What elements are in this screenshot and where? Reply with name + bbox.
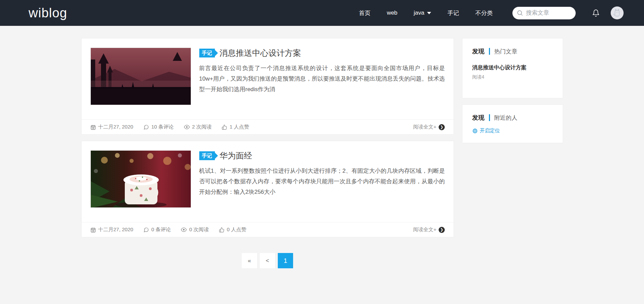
nav-item-uncategorized[interactable]: 不分类 [475, 9, 493, 17]
arrow-right-circle-icon: ❯ [439, 227, 445, 233]
logo[interactable]: wiblog [29, 6, 67, 20]
widget-nearby-people: 发现 附近的人 开启定位 [462, 104, 563, 143]
article-date: 十二月27, 2020 [90, 124, 133, 130]
target-icon [472, 128, 478, 134]
cat-icon [613, 9, 621, 17]
article-title[interactable]: 华为面经 [220, 150, 252, 161]
article-likes: 0 人点赞 [219, 226, 247, 233]
pagination-page-1[interactable]: 1 [278, 253, 293, 268]
widget-title-prefix: 发现 [472, 47, 485, 55]
nav-item-web[interactable]: web [387, 10, 397, 16]
article-excerpt: 机试1、对一系列整数按照个位进行从小到大进行排序；2、有固定大小的几块内存区域，… [199, 166, 445, 197]
avatar[interactable] [611, 6, 624, 19]
hot-article-item: 消息推送中心设计方案 阅读4 [472, 64, 553, 80]
eye-icon [181, 227, 187, 233]
search-icon [516, 10, 523, 16]
article-comments: 0 条评论 [143, 226, 171, 233]
top-navbar: wiblog 首页 web java 手记 不分类 [0, 0, 644, 26]
article-excerpt: 前言最近在公司负责了一个消息推送系统的设计，这套系统是要面向全国市场用户，目标是… [199, 63, 445, 95]
calendar-icon [90, 124, 96, 130]
search-box[interactable] [512, 7, 576, 19]
article-meta-bar: 十二月27, 2020 10 条评论 2 次 [82, 119, 454, 134]
article-reads: 0 次阅读 [181, 226, 209, 233]
article-meta-bar: 十二月27, 2020 0 条评论 0 次阅 [82, 222, 454, 237]
sidebar: 发现 热门文章 消息推送中心设计方案 阅读4 发现 附近的人 [462, 38, 563, 268]
article-title[interactable]: 消息推送中心设计方案 [220, 48, 301, 58]
page-container: 手记 消息推送中心设计方案 前言最近在公司负责了一个消息推送系统的设计，这套系统… [81, 26, 563, 268]
widget-divider [489, 48, 490, 55]
nav-item-java[interactable]: java [414, 10, 431, 16]
hot-article-link[interactable]: 消息推送中心设计方案 [472, 64, 553, 71]
notifications-bell-icon[interactable] [592, 9, 600, 17]
comment-icon [143, 124, 149, 130]
comment-icon [143, 227, 149, 233]
article-thumbnail[interactable] [90, 150, 191, 208]
read-more-link[interactable]: 阅读全文+ ❯ [413, 226, 445, 233]
article-comments: 10 条评论 [143, 124, 174, 130]
pagination-prev-button[interactable]: < [260, 253, 275, 268]
hot-article-reads: 阅读4 [472, 74, 553, 80]
article-tag-badge[interactable]: 手记 [199, 151, 215, 160]
eye-icon [184, 124, 190, 130]
read-more-link[interactable]: 阅读全文+ ❯ [413, 124, 445, 130]
article-thumbnail[interactable] [90, 48, 191, 105]
article-card: 手记 消息推送中心设计方案 前言最近在公司负责了一个消息推送系统的设计，这套系统… [81, 38, 454, 135]
article-reads: 2 次阅读 [184, 124, 212, 130]
nav-menu: 首页 web java 手记 不分类 [351, 9, 501, 17]
pagination-first-button[interactable]: « [242, 253, 257, 268]
article-card: 手记 华为面经 机试1、对一系列整数按照个位进行从小到大进行排序；2、有固定大小… [81, 141, 454, 237]
article-tag-badge[interactable]: 手记 [199, 49, 215, 57]
widget-hot-articles: 发现 热门文章 消息推送中心设计方案 阅读4 [462, 38, 563, 98]
calendar-icon [90, 227, 96, 233]
article-date: 十二月27, 2020 [90, 226, 133, 233]
article-likes: 1 人点赞 [222, 124, 249, 130]
nav-item-notes[interactable]: 手记 [447, 9, 459, 17]
chevron-down-icon [427, 12, 431, 14]
arrow-right-circle-icon: ❯ [439, 124, 445, 130]
widget-title-prefix: 发现 [472, 114, 485, 122]
search-input[interactable] [526, 10, 570, 16]
widget-title: 附近的人 [494, 114, 518, 122]
article-list: 手记 消息推送中心设计方案 前言最近在公司负责了一个消息推送系统的设计，这套系统… [81, 38, 454, 268]
enable-location-link[interactable]: 开启定位 [472, 128, 553, 134]
widget-divider [489, 114, 490, 121]
pagination: « < 1 [81, 253, 454, 268]
thumbs-up-icon [219, 227, 224, 233]
thumbs-up-icon [222, 124, 227, 130]
widget-title: 热门文章 [494, 48, 518, 55]
nav-item-home[interactable]: 首页 [359, 9, 371, 17]
